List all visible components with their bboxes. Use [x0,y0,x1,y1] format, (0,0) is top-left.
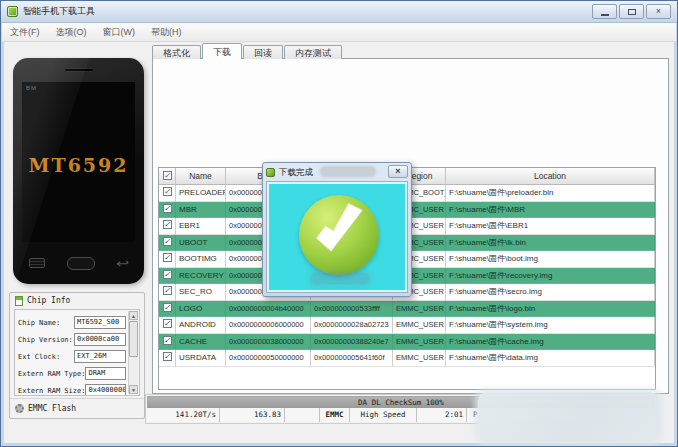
blurred-watermark [311,273,369,284]
partition-name: BOOTIMG [176,251,226,268]
row-checkbox[interactable]: ✓ [159,350,176,367]
window-title: 智能手机下载工具 [23,5,95,18]
partition-name: UBOOT [176,235,226,252]
chip-info-panel: Chip Info Chip Name: MT6592_S00 Chip Ver… [9,292,145,419]
table-row[interactable]: ✓ ANDROID 0x0000000006000000 0x000000002… [159,317,655,334]
row-checkbox[interactable]: ✓ [159,202,176,219]
status-empty [285,408,320,422]
file-location: F:\shuame\固件\MBR [446,202,655,219]
chip-field-row: Ext Clock: EXT_26M [18,348,137,365]
chip-field-value[interactable]: 0x40000000 [85,384,126,396]
success-check-icon [299,195,379,275]
chip-field-value[interactable]: EXT_26M [74,350,126,363]
partition-name: EBR1 [176,218,226,235]
partition-name: RECOVERY [176,268,226,285]
chip-field-label: Ext Clock: [18,353,74,361]
chip-field-label: Extern RAM Size: [18,387,85,395]
phone-gloss [13,58,144,284]
chip-field-row: Extern RAM Type: DRAM [18,365,137,382]
menu-item[interactable]: 窗口(W) [103,26,136,39]
file-location: F:\shuame\固件\boot.img [446,251,655,268]
file-location: F:\shuame\固件\system.img [446,317,655,334]
tab[interactable]: 内存测试 [284,45,342,59]
chip-field-value[interactable]: DRAM [85,367,126,380]
status-storage: EMMC [320,408,350,422]
download-complete-dialog: 下载完成 × [262,162,412,297]
chip-field-row: Chip Name: MT6592_S00 [18,314,137,331]
close-button[interactable]: × [646,4,671,19]
end-address: 0x000000000533ffff [311,301,393,318]
chip-info-fields: Chip Name: MT6592_S00 Chip Version: 0x00… [14,309,140,396]
tab[interactable]: 下载 [202,43,242,59]
row-checkbox[interactable]: ✓ [159,284,176,301]
menu-item[interactable]: 选项(O) [56,26,87,39]
partition-name: ANDROID [176,317,226,334]
partition-name: USRDATA [176,350,226,367]
header-location[interactable]: Location [446,168,655,185]
status-size: 163.83 [220,408,285,422]
file-location: F:\shuame\固件\preloader.bin [446,185,655,202]
window-frame-bottom [1,443,677,446]
file-location: F:\shuame\固件\cache.img [446,334,655,351]
chip-field-value[interactable]: MT6592_S00 [74,316,126,329]
menubar: 文件(F)选项(O)窗口(W)帮助(H) [2,23,676,42]
region: EMMC_USER [393,317,446,334]
tab[interactable]: 格式化 [152,45,201,59]
select-all-checkbox[interactable]: ✓ [159,168,176,185]
scroll-down-icon[interactable]: ▼ [129,385,138,394]
chip-field-row: Extern RAM Size: 0x40000000 [18,382,137,396]
status-usb-mode: High Speed [350,408,417,422]
chip-info-title: Chip Info [27,296,70,305]
chip-field-value[interactable]: 0x0000ca00 [74,333,126,346]
dialog-icon [266,168,275,177]
chip-scrollbar[interactable]: ▲ ▼ [128,311,138,394]
begin-address: 0x0000000006000000 [226,317,311,334]
app-icon [7,6,18,17]
row-checkbox[interactable]: ✓ [159,218,176,235]
titlebar[interactable]: 智能手机下载工具 × [1,1,678,23]
partition-name: MBR [176,202,226,219]
blurred-watermark-blob [478,392,660,442]
menu-item[interactable]: 文件(F) [10,26,40,39]
file-location: F:\shuame\固件\data.img [446,350,655,367]
chip-field-label: Chip Name: [18,319,74,327]
begin-address: 0x0000000050000000 [226,350,311,367]
partition-name: SEC_RO [176,284,226,301]
phone-preview: BM MT6592 ↩ [13,58,144,284]
chip-field-label: Extern RAM Type: [18,370,85,378]
region: EMMC_USER [393,301,446,318]
row-checkbox[interactable]: ✓ [159,268,176,285]
chip-info-header[interactable]: Chip Info [10,293,144,308]
menu-item[interactable]: 帮助(H) [151,26,182,39]
tab[interactable]: 回读 [243,45,283,59]
file-location: F:\shuame\固件\EBR1 [446,218,655,235]
row-checkbox[interactable]: ✓ [159,334,176,351]
table-row[interactable]: ✓ LOGO 0x0000000004b40000 0x000000000533… [159,301,655,318]
table-row[interactable]: ✓ CACHE 0x0000000038000000 0x00000000388… [159,334,655,351]
region: EMMC_USER [393,334,446,351]
gear-icon [15,404,24,413]
chip-field-row: Chip Version: 0x0000ca00 [18,331,137,348]
row-checkbox[interactable]: ✓ [159,251,176,268]
emmc-flash-header[interactable]: EMMC Flash [10,398,144,418]
header-name[interactable]: Name [176,168,226,185]
scroll-thumb[interactable] [129,321,138,357]
table-row[interactable]: ✓ USRDATA 0x0000000050000000 0x000000005… [159,350,655,367]
row-checkbox[interactable]: ✓ [159,301,176,318]
file-location: F:\shuame\固件\secro.img [446,284,655,301]
begin-address: 0x0000000038000000 [226,334,311,351]
maximize-button[interactable] [619,4,644,19]
end-address: 0x00000000388240e7 [311,334,393,351]
row-checkbox[interactable]: ✓ [159,185,176,202]
emmc-flash-label: EMMC Flash [28,404,76,413]
end-address: 0x0000000028a02723 [311,317,393,334]
window-frame-right [674,23,677,446]
blurred-watermark [321,167,375,176]
file-location: F:\shuame\固件\lk.bin [446,235,655,252]
row-checkbox[interactable]: ✓ [159,235,176,252]
minimize-button[interactable] [592,4,617,19]
dialog-close-button[interactable]: × [388,165,408,178]
app-window: 智能手机下载工具 × 文件(F)选项(O)窗口(W)帮助(H) BM MT659… [0,0,678,447]
row-checkbox[interactable]: ✓ [159,317,176,334]
scroll-up-icon[interactable]: ▲ [129,311,138,320]
